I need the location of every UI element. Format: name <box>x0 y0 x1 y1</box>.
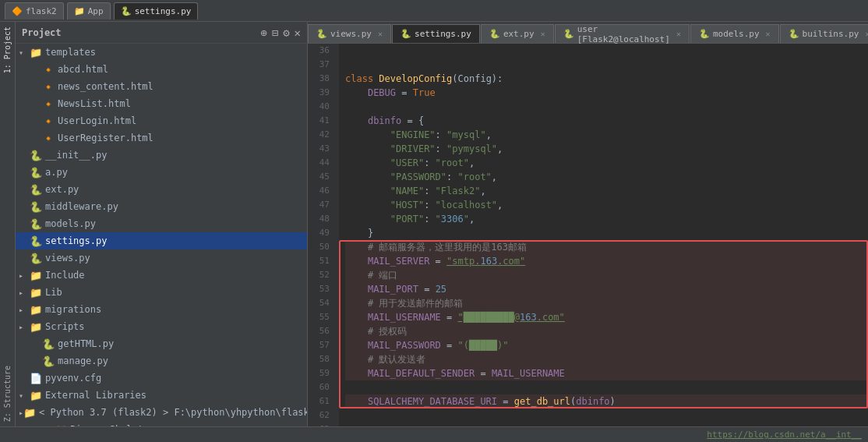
tree-item-label: templates <box>45 47 96 58</box>
sidebar-toolbar: ⊕ ⊟ ⚙ ✕ <box>260 27 301 39</box>
tree-item-label: Scripts <box>45 321 85 332</box>
gear-icon[interactable]: ⚙ <box>283 27 289 39</box>
code-line-55: MAIL_PASSWORD = "(█████)" <box>345 338 868 352</box>
main-area: 1: Project Z: Structure Project ⊕ ⊟ ⚙ ✕ … <box>0 22 868 426</box>
line-num-51: 51 <box>308 254 334 268</box>
tree-item-6[interactable]: 🐍 __init__.py <box>16 147 307 164</box>
tab-close-0[interactable]: ✕ <box>378 30 383 38</box>
tree-item-15[interactable]: ▸ 📁 migrations <box>16 301 307 318</box>
html-icon: 🔸 <box>42 81 55 93</box>
tree-item-21[interactable]: ▸ 📁 < Python 3.7 (flask2) > F:\python\yh… <box>16 404 307 421</box>
tab-label-1: settings.py <box>415 29 471 39</box>
tree-item-label: middleware.py <box>45 201 118 212</box>
tree-item-3[interactable]: 🔸 NewsList.html <box>16 95 307 112</box>
code-line-57: MAIL_DEFAULT_SENDER = MAIL_USERNAME <box>345 366 868 380</box>
code-line-37: DEBUG = True <box>345 86 868 100</box>
blog-url[interactable]: https://blog.csdn.net/a__int__ <box>707 430 862 440</box>
folder-arrow: ▾ <box>19 391 30 400</box>
tree-item-9[interactable]: 🐍 middleware.py <box>16 198 307 215</box>
tab-icon-0: 🐍 <box>316 29 327 39</box>
close-icon[interactable]: ✕ <box>295 27 301 39</box>
line-num-50: 50 <box>308 240 334 254</box>
tree-item-7[interactable]: 🐍 a.py <box>16 164 307 181</box>
py-icon: 🐍 <box>30 201 42 213</box>
line-num-63: 63 <box>308 423 334 426</box>
tree-item-label: UserLogin.html <box>58 115 136 126</box>
tree-item-22[interactable]: ▸ 📁 Binary Skeletons <box>16 421 307 426</box>
tree-item-label: migrations <box>45 304 101 315</box>
tree-item-2[interactable]: 🔸 news_content.html <box>16 78 307 95</box>
tree-item-10[interactable]: 🐍 models.py <box>16 215 307 232</box>
folder-arrow: ▸ <box>19 323 30 331</box>
sidebar: Project ⊕ ⊟ ⚙ ✕ ▾ 📁 templates 🔸 abcd.htm… <box>16 22 308 426</box>
tree-item-label: < Python 3.7 (flask2) > F:\python\yhpyth… <box>39 407 307 418</box>
editor-tab-1[interactable]: 🐍 settings.py <box>392 24 480 43</box>
line-num-56: 56 <box>308 324 334 338</box>
editor-tab-0[interactable]: 🐍 views.py ✕ <box>308 24 391 43</box>
code-line-36: class DevelopConfig(Config): <box>345 72 868 86</box>
tree-item-17[interactable]: 🐍 getHTML.py <box>16 335 307 352</box>
code-line-39: dbinfo = { <box>345 114 868 128</box>
line-num-58: 58 <box>308 352 334 366</box>
vtab-structure[interactable]: Z: Structure <box>2 361 13 426</box>
tree-item-1[interactable]: 🔸 abcd.html <box>16 61 307 78</box>
line-num-61: 61 <box>308 394 334 408</box>
tab-close-4[interactable]: ✕ <box>766 30 771 38</box>
tree-item-20[interactable]: ▾ 📁 External Libraries <box>16 387 307 404</box>
editor-tab-3[interactable]: 🐍 user [Flask2@localhost] ✕ <box>555 24 690 43</box>
folder-icon: 📁 <box>30 304 42 316</box>
editor-tab-4[interactable]: 🐍 models.py ✕ <box>690 24 779 43</box>
folder-icon: 📁 <box>30 321 42 333</box>
tab-label-4: models.py <box>713 29 760 39</box>
tree-item-5[interactable]: 🔸 UserRegister.html <box>16 129 307 147</box>
line-num-47: 47 <box>308 198 334 212</box>
editor-tab-5[interactable]: 🐍 builtins.py ✕ <box>780 24 868 43</box>
tree-item-14[interactable]: ▸ 📁 Lib <box>16 284 307 301</box>
app-icon: 📁 <box>74 6 85 16</box>
py-icon: 🐍 <box>30 150 42 161</box>
code-line-60 <box>345 408 868 423</box>
vtab-project[interactable]: 1: Project <box>2 22 13 78</box>
folder-arrow: ▾ <box>19 48 30 57</box>
collapse-icon[interactable]: ⊟ <box>272 27 278 39</box>
top-tab-flask2[interactable]: 🔶 flask2 <box>5 2 64 19</box>
tree-item-label: pyvenv.cfg <box>45 373 101 384</box>
tab-close-5[interactable]: ✕ <box>865 30 868 38</box>
tree-item-8[interactable]: 🐍 ext.py <box>16 181 307 198</box>
py-icon: 🐍 <box>30 184 42 196</box>
top-tab-app[interactable]: 📁 App <box>67 2 111 19</box>
folder-icon: 📁 <box>23 407 36 419</box>
top-tab-settings[interactable]: 🐍 settings.py <box>114 2 199 19</box>
sidebar-title: Project <box>22 27 62 38</box>
sidebar-content[interactable]: ▾ 📁 templates 🔸 abcd.html 🔸 news_content… <box>16 44 307 426</box>
py-icon: 🐍 <box>30 235 42 247</box>
line-numbers: 3637383940414243444546474849505152535455… <box>308 44 339 426</box>
tree-item-11[interactable]: 🐍 settings.py <box>16 232 307 249</box>
tab-close-2[interactable]: ✕ <box>541 30 545 38</box>
tree-item-label: abcd.html <box>58 64 108 75</box>
tab-close-3[interactable]: ✕ <box>676 30 681 38</box>
tree-item-19[interactable]: 📄 pyvenv.cfg <box>16 370 307 387</box>
tree-item-16[interactable]: ▸ 📁 Scripts <box>16 318 307 335</box>
py-icon: 🐍 <box>42 355 55 367</box>
line-num-41: 41 <box>308 114 334 128</box>
line-num-48: 48 <box>308 212 334 226</box>
tree-item-label: ext.py <box>45 184 79 195</box>
tree-item-0[interactable]: ▾ 📁 templates <box>16 44 307 61</box>
bottom-bar: https://blog.csdn.net/a__int__ <box>0 426 868 442</box>
code-line-49: MAIL_SERVER = "smtp.163.com" <box>345 254 868 268</box>
editor-tab-2[interactable]: 🐍 ext.py ✕ <box>481 24 554 43</box>
code-content[interactable]: class DevelopConfig(Config): DEBUG = Tru… <box>339 44 868 426</box>
html-icon: 🔸 <box>42 98 55 110</box>
tree-item-4[interactable]: 🔸 UserLogin.html <box>16 112 307 129</box>
tree-item-12[interactable]: 🐍 views.py <box>16 249 307 267</box>
top-tab-settings-label: settings.py <box>135 6 192 16</box>
locate-icon[interactable]: ⊕ <box>260 27 266 39</box>
tree-item-label: NewsList.html <box>58 98 131 109</box>
code-line-44: "NAME": "Flask2", <box>345 184 868 198</box>
code-line-58 <box>345 380 868 394</box>
tree-item-13[interactable]: ▸ 📁 Include <box>16 267 307 284</box>
tab-label-0: views.py <box>330 29 372 39</box>
tree-item-18[interactable]: 🐍 manage.py <box>16 352 307 370</box>
code-line-46: "PORT": "3306", <box>345 212 868 226</box>
